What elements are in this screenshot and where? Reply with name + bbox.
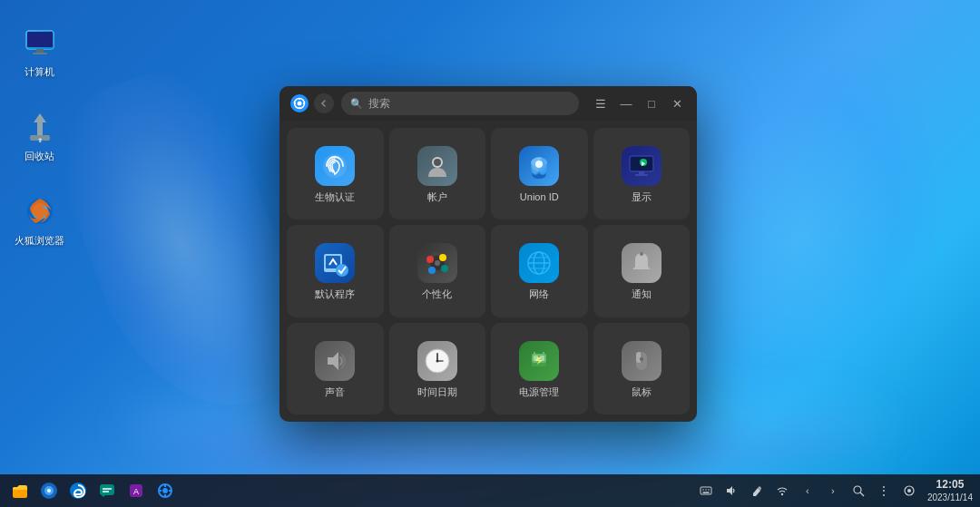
account-icon xyxy=(417,146,457,186)
svg-point-86 xyxy=(907,489,911,492)
taskbar-wifi[interactable] xyxy=(771,480,793,502)
desktop-icon-area: 计算机 🗑 回收站 火狐浏览器 xyxy=(9,18,70,253)
svg-marker-45 xyxy=(328,352,338,370)
close-button[interactable]: ✕ xyxy=(668,94,686,112)
settings-item-mouse[interactable]: 鼠标 xyxy=(593,323,691,414)
firefox-label: 火狐浏览器 xyxy=(15,234,64,248)
display-icon xyxy=(622,146,662,186)
settings-item-unionid[interactable]: Union ID xyxy=(491,128,588,219)
svg-point-63 xyxy=(47,489,51,492)
svg-point-9 xyxy=(298,102,302,106)
title-bar: 🔍 搜索 ☰ — □ ✕ xyxy=(279,86,697,121)
taskbar-keyboard[interactable] xyxy=(695,480,717,502)
taskbar-chat[interactable] xyxy=(94,478,120,503)
network-label: 网络 xyxy=(529,288,549,300)
svg-rect-25 xyxy=(639,171,644,174)
personal-icon xyxy=(417,243,457,283)
power-label: 电源管理 xyxy=(519,386,559,398)
menu-button[interactable]: ☰ xyxy=(592,94,610,112)
desktop-icon-firefox[interactable]: 火狐浏览器 xyxy=(9,187,70,253)
taskbar-search[interactable] xyxy=(848,480,869,502)
search-icon: 🔍 xyxy=(350,98,363,110)
taskbar-indicator[interactable] xyxy=(898,480,920,502)
svg-text:🗑: 🗑 xyxy=(37,137,42,142)
settings-item-power[interactable]: 电源管理 xyxy=(491,323,588,414)
svg-point-83 xyxy=(854,486,861,493)
desktop-icon-computer[interactable]: 计算机 xyxy=(15,18,64,84)
svg-point-36 xyxy=(428,267,436,274)
taskbar-edge[interactable] xyxy=(65,478,91,503)
unionid-label: Union ID xyxy=(520,191,559,203)
mouse-label: 鼠标 xyxy=(632,386,652,398)
desktop: 计算机 🗑 回收站 火狐浏览器 xyxy=(0,0,980,507)
svg-rect-57 xyxy=(636,352,642,363)
taskbar-volume[interactable] xyxy=(720,480,742,502)
settings-item-datetime[interactable]: 时间日期 xyxy=(389,323,486,414)
window-controls: ☰ — □ ✕ xyxy=(592,94,686,112)
taskbar-edit[interactable] xyxy=(746,480,768,502)
default-app-icon xyxy=(315,243,355,283)
settings-app-icon xyxy=(290,94,309,112)
mouse-icon xyxy=(622,341,662,381)
svg-point-59 xyxy=(640,357,643,361)
settings-item-account[interactable]: 帐户 xyxy=(389,128,486,219)
taskbar-arrow-left[interactable]: ‹ xyxy=(797,480,818,502)
settings-item-notify[interactable]: 通知 xyxy=(593,225,691,317)
svg-point-50 xyxy=(436,359,438,362)
datetime-icon xyxy=(417,341,457,381)
notify-icon xyxy=(622,243,662,283)
taskbar-settings[interactable] xyxy=(152,478,178,503)
display-label: 显示 xyxy=(632,191,652,203)
svg-point-70 xyxy=(162,488,168,493)
settings-item-network[interactable]: 网络 xyxy=(491,225,588,317)
maximize-button[interactable]: □ xyxy=(642,94,661,112)
recycle-icon: 🗑 xyxy=(21,108,59,146)
personal-label: 个性化 xyxy=(422,288,452,300)
settings-item-sound[interactable]: 声音 xyxy=(287,323,384,414)
settings-item-personal[interactable]: 个性化 xyxy=(389,225,486,317)
minimize-button[interactable]: — xyxy=(617,94,635,112)
notify-label: 通知 xyxy=(632,288,652,300)
power-icon xyxy=(519,341,559,381)
taskbar-browser[interactable] xyxy=(36,478,62,503)
network-icon xyxy=(519,243,559,283)
taskbar: A xyxy=(0,474,980,507)
svg-rect-65 xyxy=(100,484,114,495)
sound-label: 声音 xyxy=(325,386,345,398)
settings-window: 🔍 搜索 ☰ — □ ✕ xyxy=(279,86,697,422)
taskbar-arrow-right[interactable]: › xyxy=(822,480,844,502)
firefox-icon xyxy=(21,192,59,230)
svg-rect-3 xyxy=(36,49,44,53)
svg-point-17 xyxy=(434,159,441,166)
taskbar-dots[interactable]: ⋮ xyxy=(873,480,895,502)
account-label: 帐户 xyxy=(427,191,447,203)
svg-point-37 xyxy=(435,260,440,266)
taskbar-clock[interactable]: 12:05 2023/11/14 xyxy=(927,478,973,504)
taskbar-files[interactable] xyxy=(7,478,33,503)
search-placeholder: 搜索 xyxy=(368,96,390,112)
back-button[interactable] xyxy=(314,93,334,113)
svg-rect-76 xyxy=(701,487,711,494)
taskbar-apps: A xyxy=(7,478,178,503)
unionid-icon xyxy=(519,146,559,186)
sound-icon xyxy=(315,341,355,381)
settings-item-display[interactable]: 显示 xyxy=(593,128,691,219)
svg-rect-4 xyxy=(33,53,47,54)
taskbar-system: ‹ › ⋮ 12:05 2023/11/14 xyxy=(695,478,973,504)
search-bar[interactable]: 🔍 搜索 xyxy=(341,92,579,115)
settings-item-default-app[interactable]: 默认程序 xyxy=(287,225,384,317)
svg-marker-81 xyxy=(727,486,732,495)
settings-item-biometric[interactable]: 生物认证 xyxy=(287,128,384,219)
svg-point-33 xyxy=(426,256,434,263)
svg-point-34 xyxy=(439,254,446,261)
svg-rect-26 xyxy=(635,174,648,176)
desktop-icon-recycle[interactable]: 🗑 回收站 xyxy=(15,102,64,169)
datetime-label: 时间日期 xyxy=(417,386,457,398)
svg-line-84 xyxy=(860,492,864,496)
svg-text:A: A xyxy=(133,487,139,496)
taskbar-app5[interactable]: A xyxy=(123,478,149,503)
clock-time: 12:05 xyxy=(936,478,965,492)
title-bar-left xyxy=(290,93,334,113)
svg-point-27 xyxy=(640,159,647,166)
svg-rect-2 xyxy=(27,32,53,47)
